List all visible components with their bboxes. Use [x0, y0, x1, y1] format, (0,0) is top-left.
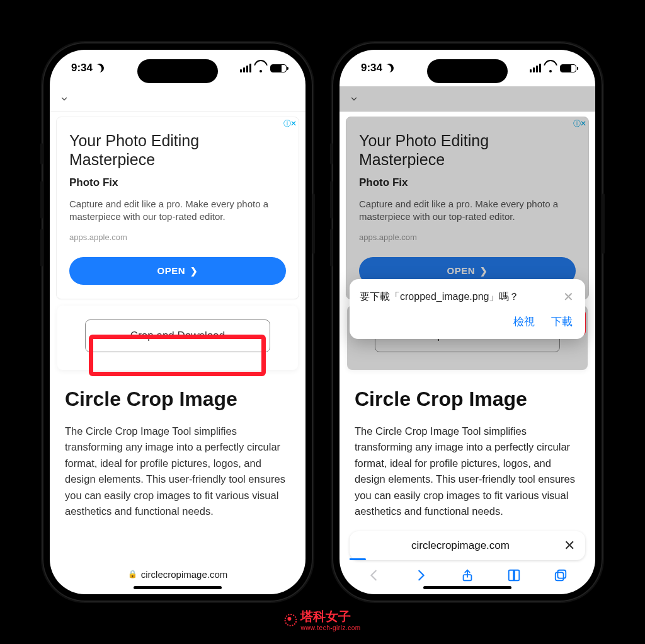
address-label: circlecropimage.com	[358, 539, 562, 552]
chevron-right-icon: ❯	[480, 266, 488, 276]
phone-left: 9:34 ⓘ✕ Your Photo Editing Mast	[42, 42, 313, 602]
address-label: circlecropimage.com	[141, 569, 228, 580]
chevron-right-icon: ❯	[190, 266, 198, 276]
article-heading: Circle Crop Image	[355, 388, 580, 411]
status-time: 9:34	[71, 62, 93, 74]
wifi-icon	[255, 64, 266, 72]
article-body: The Circle Crop Image Tool simplifies tr…	[65, 423, 290, 520]
address-bar[interactable]: circlecropimage.com ✕	[350, 531, 585, 560]
home-indicator[interactable]	[423, 586, 511, 589]
svg-rect-2	[556, 572, 564, 580]
crop-card: Crop and Download	[57, 306, 298, 370]
ad-open-button[interactable]: OPEN ❯	[69, 257, 286, 285]
cell-signal-icon	[530, 64, 541, 72]
side-button	[312, 193, 315, 254]
ad-description: Capture and edit like a pro. Make every …	[359, 198, 576, 224]
tabs-button[interactable]	[552, 567, 569, 584]
ad-title: Your Photo Editing Masterpiece	[359, 131, 576, 169]
download-message: 要下載「cropped_image.png」嗎？	[360, 290, 557, 304]
home-indicator[interactable]	[134, 586, 222, 589]
side-button	[40, 229, 43, 267]
status-time: 9:34	[361, 62, 382, 74]
ad-subtitle: Photo Fix	[359, 176, 576, 189]
battery-icon	[270, 64, 287, 72]
battery-icon	[560, 64, 576, 72]
watermark-brand: 塔科女子	[300, 609, 351, 623]
forward-button[interactable]	[413, 567, 429, 584]
side-button	[40, 143, 43, 164]
adchoices-icon[interactable]: ⓘ✕	[573, 118, 586, 129]
bookmarks-button[interactable]	[506, 567, 522, 584]
ad-card: ⓘ✕ Your Photo Editing Masterpiece Photo …	[56, 117, 299, 299]
side-button	[330, 181, 333, 219]
wifi-icon	[545, 64, 556, 72]
ad-title: Your Photo Editing Masterpiece	[69, 131, 286, 169]
svg-rect-1	[557, 570, 566, 578]
article-heading: Circle Crop Image	[65, 388, 290, 411]
back-button[interactable]	[366, 567, 382, 584]
watermark: 塔科女子 www.tech-girlz.com	[284, 608, 360, 631]
dnd-moon-icon	[94, 62, 105, 74]
chevron-down-icon	[59, 93, 70, 105]
ad-open-label: OPEN	[447, 265, 475, 276]
share-button[interactable]	[459, 567, 476, 584]
download-prompt: 要下載「cropped_image.png」嗎？ ✕ 檢視 下載	[350, 279, 585, 339]
ad-domain: apps.apple.com	[69, 233, 286, 242]
dynamic-island	[427, 59, 508, 83]
chevron-down-icon	[348, 93, 360, 105]
load-progress	[350, 558, 366, 560]
side-button	[330, 229, 333, 267]
ad-domain: apps.apple.com	[359, 233, 576, 242]
stop-icon[interactable]: ✕	[562, 538, 576, 554]
download-view-button[interactable]: 檢視	[511, 313, 537, 330]
watermark-icon	[284, 614, 297, 626]
ad-card: ⓘ✕ Your Photo Editing Masterpiece Photo …	[346, 117, 589, 299]
dnd-moon-icon	[384, 62, 395, 74]
side-button	[40, 181, 43, 219]
article: Circle Crop Image The Circle Crop Image …	[355, 388, 580, 520]
cell-signal-icon	[240, 64, 251, 72]
ad-open-label: OPEN	[157, 265, 185, 276]
adchoices-icon[interactable]: ⓘ✕	[283, 118, 296, 129]
watermark-url: www.tech-girlz.com	[300, 625, 360, 631]
safari-toolbar	[340, 563, 595, 588]
collapse-strip[interactable]	[50, 86, 305, 112]
collapse-strip[interactable]	[340, 86, 595, 112]
article-body: The Circle Crop Image Tool simplifies tr…	[355, 423, 580, 520]
phone-right: 9:34 ⓘ✕ Your Photo Editing Mast	[332, 42, 603, 602]
ad-description: Capture and edit like a pro. Make every …	[69, 198, 286, 224]
download-confirm-button[interactable]: 下載	[549, 313, 575, 330]
side-button	[330, 143, 333, 164]
close-icon[interactable]: ✕	[557, 289, 575, 304]
dynamic-island	[137, 59, 218, 83]
side-button	[602, 193, 605, 254]
article: Circle Crop Image The Circle Crop Image …	[65, 388, 290, 520]
lock-icon: 🔒	[128, 570, 137, 578]
address-bar[interactable]: 🔒 circlecropimage.com	[98, 561, 257, 587]
crop-download-button[interactable]: Crop and Download	[85, 319, 270, 352]
ad-subtitle: Photo Fix	[69, 176, 286, 189]
